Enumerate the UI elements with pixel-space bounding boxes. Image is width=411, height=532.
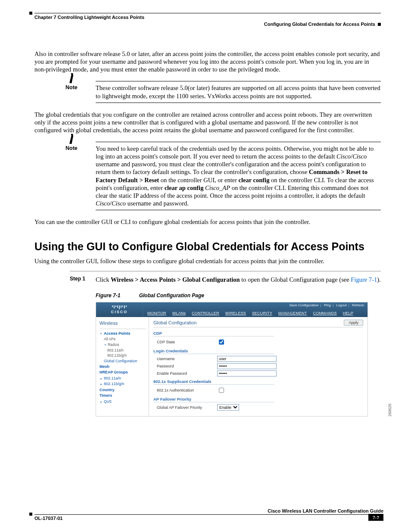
login-section-header: Login Credentials bbox=[153, 348, 274, 354]
username-label: Username bbox=[153, 357, 217, 361]
body-paragraph: The global credentials that you configur… bbox=[34, 111, 381, 134]
header-square-icon bbox=[378, 23, 381, 26]
failover-select[interactable]: Enable bbox=[217, 404, 239, 411]
figure-title: Global Configuration Page bbox=[139, 292, 204, 299]
auth-label: 802.1x Authentication bbox=[153, 388, 217, 392]
cdp-section-header: CDP bbox=[153, 331, 274, 336]
sidebar[interactable]: Wireless ▼Access Points All APs ▼Radios … bbox=[96, 317, 149, 416]
failover-section-header: AP Failover Priority bbox=[153, 397, 274, 402]
section-title-right: Configuring Global Credentials for Acces… bbox=[264, 22, 375, 27]
step-label: Step 1 bbox=[70, 276, 96, 284]
note-text: You need to keep careful track of the cr… bbox=[96, 142, 381, 210]
apply-button[interactable]: Apply bbox=[344, 320, 363, 326]
note-block: Note These controller software release 5… bbox=[70, 81, 381, 103]
sidebar-title: Wireless bbox=[100, 320, 146, 329]
page-title: Global Configuration bbox=[153, 320, 196, 325]
enablepw-field[interactable] bbox=[217, 370, 277, 376]
auth-checkbox[interactable] bbox=[219, 388, 224, 393]
password-field[interactable] bbox=[217, 363, 277, 369]
footer-guide-title: Cisco Wireless LAN Controller Configurat… bbox=[34, 508, 383, 515]
footer-docnum: OL-17037-01 bbox=[34, 516, 62, 521]
enablepw-label: Enable Password bbox=[153, 371, 217, 376]
page-number: 7-7 bbox=[368, 514, 383, 521]
figure-ref-link[interactable]: Figure 7-1 bbox=[351, 276, 377, 283]
cdp-state-checkbox[interactable] bbox=[219, 339, 224, 345]
note-label: Note bbox=[65, 84, 78, 90]
figure-number: Figure 7-1 bbox=[96, 292, 120, 299]
body-paragraph: You can use the controller GUI or CLI to… bbox=[34, 218, 381, 226]
gui-screenshot: CISCO Save Configuration| Ping| Logout| … bbox=[96, 302, 368, 417]
note-block: Note You need to keep careful track of t… bbox=[70, 142, 381, 210]
body-paragraph: Using the controller GUI, follow these s… bbox=[34, 257, 381, 265]
body-paragraph: Also in controller software release 5.0 … bbox=[34, 50, 381, 73]
note-label: Note bbox=[65, 145, 78, 151]
footer-square-icon bbox=[29, 513, 32, 516]
username-field[interactable] bbox=[217, 356, 277, 362]
note-text: These controller software release 5.0(or… bbox=[96, 81, 381, 103]
failover-label: Global AP Failover Priority bbox=[153, 405, 217, 410]
figure-code: 250525 bbox=[388, 404, 392, 417]
cisco-logo: CISCO bbox=[96, 302, 143, 317]
utility-links[interactable]: Save Configuration| Ping| Logout| Refres… bbox=[143, 302, 367, 307]
cdp-state-label: CDP State bbox=[153, 340, 217, 344]
step-body: Click Wireless > Access Points > Global … bbox=[96, 276, 381, 284]
main-menu[interactable]: MONITORWLANsCONTROLLERWIRELESSSECURITYMA… bbox=[143, 311, 367, 317]
chapter-header: Chapter 7 Controlling Lightweight Access… bbox=[34, 13, 381, 20]
password-label: Password bbox=[153, 364, 217, 368]
supplicant-section-header: 802.1x Supplicant Credentials bbox=[153, 379, 274, 385]
section-heading: Using the GUI to Configure Global Creden… bbox=[34, 240, 381, 253]
